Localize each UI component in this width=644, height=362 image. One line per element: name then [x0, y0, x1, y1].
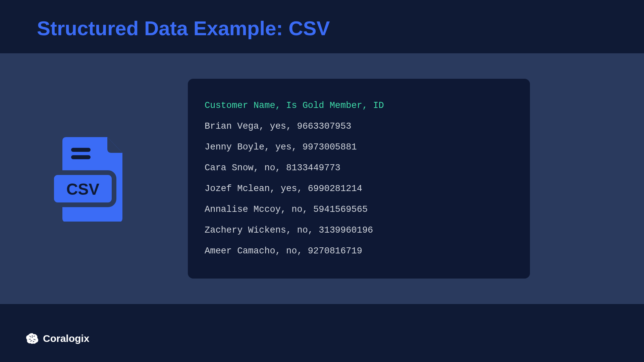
content-area: CSV Customer Name, Is Gold Member, ID Br…: [0, 53, 644, 304]
csv-data-row: Jozef Mclean, yes, 6990281214: [205, 181, 513, 197]
csv-data-row: Annalise Mccoy, no, 5941569565: [205, 202, 513, 218]
brain-icon: [25, 333, 39, 345]
csv-header-row: Customer Name, Is Gold Member, ID: [205, 98, 513, 114]
slide-header: Structured Data Example: CSV: [0, 0, 644, 53]
slide-title: Structured Data Example: CSV: [37, 17, 607, 40]
csv-data-row: Brian Vega, yes, 9663307953: [205, 119, 513, 134]
brand-name: Coralogix: [43, 333, 89, 344]
slide-footer: Coralogix: [0, 315, 644, 362]
csv-file-icon: CSV: [47, 134, 131, 223]
brand-logo: Coralogix: [25, 333, 89, 345]
svg-rect-0: [71, 148, 91, 152]
csv-data-row: Cara Snow, no, 8133449773: [205, 161, 513, 176]
csv-data-row: Zachery Wickens, no, 3139960196: [205, 223, 513, 238]
csv-data-row: Ameer Camacho, no, 9270816719: [205, 244, 513, 259]
csv-code-block: Customer Name, Is Gold Member, ID Brian …: [188, 79, 530, 278]
csv-icon-label: CSV: [66, 180, 100, 198]
csv-data-row: Jenny Boyle, yes, 9973005881: [205, 140, 513, 155]
svg-rect-1: [71, 155, 91, 159]
